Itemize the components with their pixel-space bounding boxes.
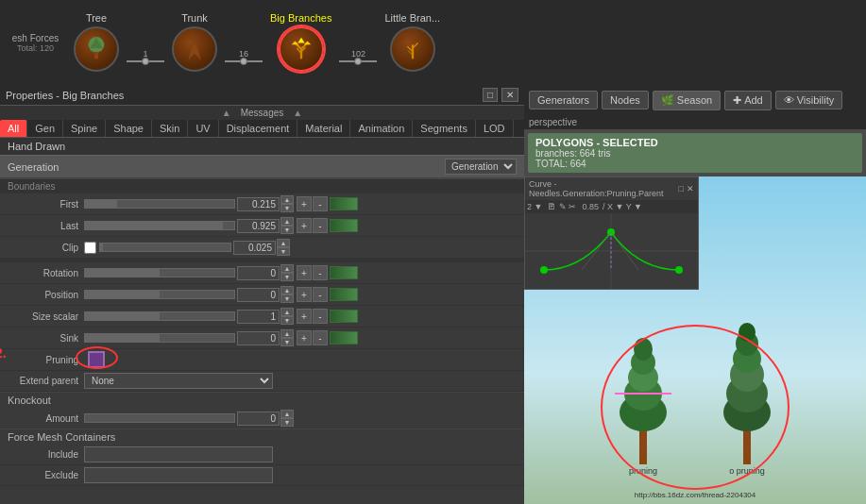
generators-btn[interactable]: Generators	[529, 91, 598, 109]
first-input[interactable]	[237, 197, 280, 211]
position-down[interactable]: ▼	[280, 294, 294, 303]
sink-slider[interactable]	[84, 333, 235, 343]
sizescalar-up[interactable]: ▲	[280, 308, 294, 316]
tab-all[interactable]: All	[0, 120, 27, 137]
tab-material[interactable]: Material	[297, 120, 350, 137]
rotation-minus[interactable]: -	[313, 265, 328, 280]
sizescalar-minus[interactable]: -	[313, 309, 328, 324]
position-input[interactable]	[237, 288, 280, 302]
clip-input[interactable]	[233, 241, 276, 255]
sink-spinners: ▲ ▼	[280, 329, 294, 346]
last-label: Last	[4, 221, 84, 231]
nodes-btn[interactable]: Nodes	[602, 91, 649, 109]
rotation-up[interactable]: ▲	[280, 264, 294, 273]
sink-plusminus: + -	[297, 330, 328, 345]
visibility-btn[interactable]: 👁 Visibility	[775, 91, 843, 109]
node-bigbranches-circle[interactable]	[279, 26, 324, 72]
tab-lod[interactable]: LOD	[476, 120, 514, 137]
first-plus[interactable]: +	[297, 196, 312, 211]
last-up[interactable]: ▲	[280, 217, 294, 226]
last-slider[interactable]	[84, 221, 235, 230]
rotation-plus[interactable]: +	[297, 265, 312, 280]
pruning-checkbox[interactable]	[88, 351, 105, 368]
last-input[interactable]	[237, 219, 280, 233]
sink-down[interactable]: ▼	[280, 338, 294, 346]
rotation-plusminus: + -	[297, 265, 328, 280]
sizescalar-plus[interactable]: +	[297, 309, 312, 324]
pruning-label: Pruning	[4, 355, 84, 365]
amount-row: Amount ▲ ▼	[0, 408, 524, 428]
messages-label: Messages	[241, 108, 284, 118]
viewport[interactable]: Curve - Needles.Generation:Pruning.Paren…	[524, 176, 866, 504]
curve-restore[interactable]: □	[679, 184, 684, 193]
amount-up[interactable]: ▲	[280, 410, 294, 418]
clip-down[interactable]: ▼	[277, 247, 290, 256]
prop-row-clip: Clip ▲ ▼	[0, 237, 524, 259]
prop-row-position: Position ▲ ▼ + -	[0, 284, 524, 306]
first-minus[interactable]: -	[313, 196, 328, 211]
add-btn[interactable]: ✚ Add	[724, 91, 772, 110]
node-tree[interactable]: Tree	[74, 12, 119, 74]
clip-up[interactable]: ▲	[277, 239, 290, 247]
sink-plus[interactable]: +	[297, 330, 312, 345]
svg-marker-3	[291, 41, 297, 44]
svg-point-28	[739, 323, 756, 342]
collision-label: esh Forces Total: 120	[5, 33, 66, 53]
exclude-input[interactable]	[84, 467, 273, 483]
tab-uv[interactable]: UV	[188, 120, 218, 137]
clip-slider[interactable]	[99, 243, 231, 252]
node-tree-circle[interactable]	[74, 26, 119, 72]
last-minus[interactable]: -	[313, 218, 328, 233]
tab-gen[interactable]: Gen	[27, 120, 63, 137]
node-littlebranches[interactable]: Little Bran...	[384, 12, 440, 74]
position-minus[interactable]: -	[313, 287, 328, 302]
curve-panel-header: Curve - Needles.Generation:Pruning.Paren…	[525, 177, 698, 200]
curve-close[interactable]: ✕	[687, 184, 694, 193]
restore-btn[interactable]: □	[483, 88, 498, 102]
main-content: Properties - Big Branches □ ✕ ▲ Messages…	[0, 85, 866, 504]
position-plus[interactable]: +	[297, 287, 312, 302]
tab-displacement[interactable]: Displacement	[219, 120, 298, 137]
curve-axis-x: / X ▼ Y ▼	[603, 202, 642, 211]
tab-spine[interactable]: Spine	[63, 120, 106, 137]
sizescalar-slider[interactable]	[84, 311, 235, 321]
sink-up[interactable]: ▲	[280, 329, 294, 338]
eye-icon: 👁	[784, 94, 794, 106]
tab-animation[interactable]: Animation	[350, 120, 413, 137]
sink-minus[interactable]: -	[313, 330, 328, 345]
clip-checkbox[interactable]	[84, 242, 96, 254]
tree-right-label: o pruning	[729, 466, 765, 476]
tab-shape[interactable]: Shape	[106, 120, 152, 137]
curve-canvas[interactable]	[525, 213, 698, 289]
include-input[interactable]	[84, 446, 273, 462]
first-up[interactable]: ▲	[280, 195, 294, 204]
rotation-slider[interactable]	[84, 268, 235, 277]
sizescalar-input[interactable]	[237, 310, 280, 324]
position-slider[interactable]	[84, 290, 235, 299]
node-littlebranches-circle[interactable]	[390, 26, 435, 72]
sizescalar-down[interactable]: ▼	[280, 316, 294, 325]
add-icon: ✚	[733, 94, 741, 107]
node-trunk[interactable]: Trunk	[172, 12, 217, 74]
node-bigbranches[interactable]: Big Branches	[270, 12, 331, 74]
first-slider[interactable]	[84, 199, 235, 209]
amount-down[interactable]: ▼	[280, 418, 294, 427]
first-down[interactable]: ▼	[280, 204, 294, 212]
close-btn[interactable]: ✕	[501, 88, 518, 102]
tab-segments[interactable]: Segments	[413, 120, 476, 137]
last-down[interactable]: ▼	[280, 226, 294, 234]
last-plus[interactable]: +	[297, 218, 312, 233]
season-btn[interactable]: 🌿 Season	[653, 91, 721, 110]
rotation-down[interactable]: ▼	[280, 273, 294, 281]
generation-dropdown[interactable]: Generation	[445, 159, 517, 175]
extend-select[interactable]: None	[84, 373, 273, 389]
last-spinners: ▲ ▼	[280, 217, 294, 234]
sink-input[interactable]	[237, 331, 280, 345]
tab-skin[interactable]: Skin	[152, 120, 188, 137]
node-trunk-circle[interactable]	[172, 26, 217, 72]
position-up[interactable]: ▲	[280, 286, 294, 294]
amount-slider[interactable]	[84, 413, 235, 423]
node-tree-label: Tree	[86, 12, 107, 24]
rotation-input[interactable]	[237, 266, 280, 280]
amount-input[interactable]	[237, 412, 280, 426]
